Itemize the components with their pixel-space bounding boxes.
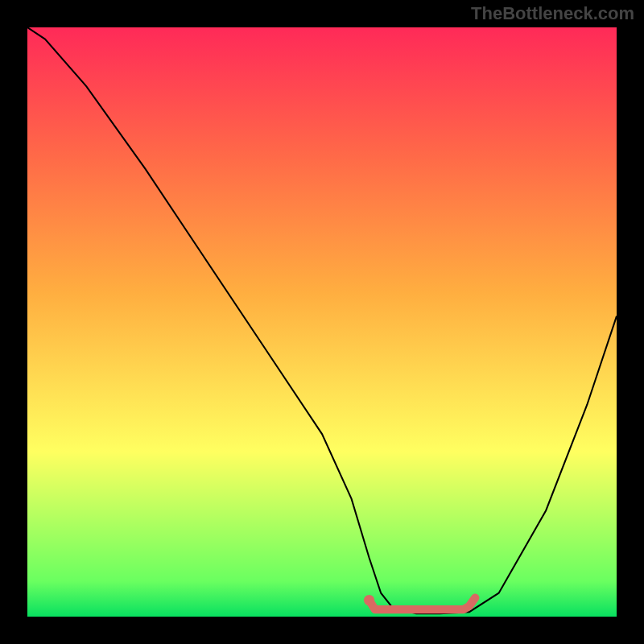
chart-container: TheBottleneck.com xyxy=(0,0,644,644)
watermark-text: TheBottleneck.com xyxy=(471,3,634,24)
marker-line xyxy=(369,598,476,610)
plot-area xyxy=(27,27,617,617)
chart-svg xyxy=(27,27,617,617)
marker-dot xyxy=(364,595,374,605)
curve-line xyxy=(27,27,617,613)
